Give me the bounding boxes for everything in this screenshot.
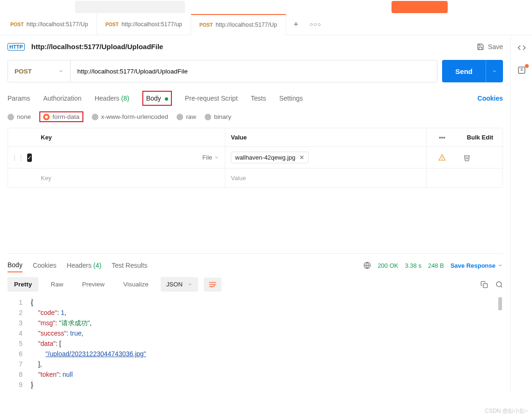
tab-1[interactable]: POST http://localhost:5177/up [97,14,191,35]
notification-dot [525,64,529,68]
svg-line-8 [501,286,502,287]
header-key: Key [35,128,225,146]
code-icon[interactable] [517,44,526,52]
radio-icon [177,114,183,120]
method-select[interactable]: POST [7,60,71,82]
view-visualize[interactable]: Visualize [117,277,155,292]
search-icon[interactable] [495,281,503,288]
radio-icon [7,114,14,120]
radio-raw[interactable]: raw [177,113,196,120]
columns-menu[interactable]: ••• [439,134,445,141]
tab-headers[interactable]: Headers (8) [95,93,129,104]
request-tabs-bar: POST http://localhost:5177/Up POST http:… [0,14,532,35]
tab-params[interactable]: Params [7,93,30,104]
drag-handle-icon[interactable]: ⋮⋮ [11,154,24,161]
radio-binary[interactable]: binary [205,113,231,120]
scrollbar-thumb[interactable] [498,297,502,310]
chevron-down-icon [214,155,219,160]
status-code: 200 OK [377,262,398,269]
value-cell[interactable]: wallhaven-42qewg.jpg ✕ [225,147,427,168]
body-indicator-dot [165,97,168,101]
save-button[interactable]: Save [477,43,503,51]
response-tabs: Body Cookies Headers (4) Test Results 20… [7,258,503,272]
format-select[interactable]: JSON [161,277,198,292]
top-search[interactable] [75,1,185,13]
tab-method: POST [200,22,213,28]
tab-2-active[interactable]: POST http://localhost:5177/Up [191,14,286,35]
url-input[interactable] [71,60,437,82]
title-row: HTTP http://localhost:5177/Upload/Upload… [7,43,503,51]
watermark: CSDN @彭小彭~ [485,407,528,415]
tab-prerequest[interactable]: Pre-request Script [185,93,238,104]
tab-tests[interactable]: Tests [251,93,266,104]
response-size: 248 B [428,262,444,269]
http-badge: HTTP [7,43,25,51]
view-raw[interactable]: Raw [44,277,70,292]
tab-label: http://localhost:5177/up [122,21,182,28]
resp-tab-headers[interactable]: Headers (4) [67,259,102,272]
tab-label: http://localhost:5177/Up [215,22,277,28]
svg-point-7 [496,282,502,287]
tab-body[interactable]: Body [146,93,168,104]
cookies-link[interactable]: Cookies [478,95,503,102]
new-tab-button[interactable]: + [286,20,306,29]
resp-tab-body[interactable]: Body [7,258,22,272]
key-cell[interactable]: File [35,147,225,168]
tab-authorization[interactable]: Authorization [43,93,81,104]
save-response-button[interactable]: Save Response [451,262,503,269]
radio-xwww[interactable]: x-www-form-urlencoded [92,113,168,120]
svg-rect-6 [483,284,488,288]
radio-none[interactable]: none [7,113,31,120]
body-type-radios: none form-data x-www-form-urlencoded raw… [7,111,503,122]
send-label: Send [442,67,486,75]
wrap-lines-button[interactable] [204,278,222,292]
highlight-body-tab: Body [142,91,172,106]
file-name: wallhaven-42qewg.jpg [235,154,296,161]
tab-settings[interactable]: Settings [279,93,303,104]
formdata-table: Key Value ••• Bulk Edit ⋮⋮ ✓ File wallha… [7,128,503,188]
key-type-dropdown[interactable]: File [202,154,219,161]
response-body[interactable]: 1{ 2 "code": 1, 3 "msg": "请求成功", 4 "succ… [7,295,503,392]
globe-icon[interactable] [363,262,371,269]
chevron-down-icon [497,263,503,268]
header-value: Value [225,128,427,146]
tab-overflow-button[interactable]: ○○○ [306,21,325,28]
key-input[interactable]: Key [35,168,225,187]
send-dropdown[interactable] [486,60,503,82]
tab-method: POST [10,22,24,27]
view-pretty[interactable]: Pretty [7,277,38,292]
radio-formdata[interactable]: form-data [43,113,80,120]
radio-icon-selected [43,114,50,120]
table-header: Key Value ••• Bulk Edit [8,128,502,147]
top-bar [0,0,532,14]
view-preview[interactable]: Preview [75,277,111,292]
highlight-formdata: form-data [39,111,83,122]
send-button[interactable]: Send [442,60,503,82]
table-row-empty: Key Value [8,168,502,187]
response-meta: 200 OK 3.38 s 248 B Save Response [363,262,503,269]
radio-icon [92,114,98,120]
copy-icon[interactable] [480,281,488,288]
right-sidebar [510,35,532,392]
remove-file-icon[interactable]: ✕ [299,154,304,161]
bulk-edit-button[interactable]: Bulk Edit [458,128,502,146]
info-icon[interactable] [517,66,526,74]
tab-0[interactable]: POST http://localhost:5177/Up [2,14,97,35]
save-label: Save [488,43,503,51]
response-panel: Body Cookies Headers (4) Test Results 20… [7,253,503,392]
url-row: POST Send [7,60,503,82]
value-input[interactable]: Value [225,168,427,187]
delete-row-icon[interactable] [463,154,471,161]
radio-icon [205,114,211,120]
response-time: 3.38 s [405,262,421,269]
chevron-down-icon [187,282,192,287]
request-subtabs: Params Authorization Headers (8) Body Pr… [7,91,503,106]
warning-icon[interactable] [438,154,446,161]
request-title: http://localhost:5177/Upload/UploadFile [31,43,163,51]
chevron-down-icon [58,68,64,74]
resp-tab-tests[interactable]: Test Results [111,259,147,272]
upgrade-button[interactable] [392,1,448,13]
row-checkbox[interactable]: ✓ [27,154,32,162]
resp-tab-cookies[interactable]: Cookies [33,259,57,272]
wrap-icon [208,281,217,288]
